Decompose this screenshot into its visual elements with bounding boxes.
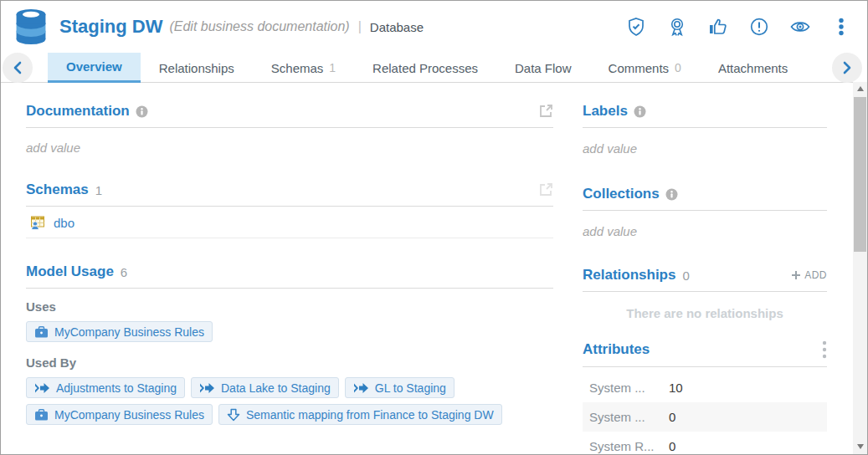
- kebab-menu-icon[interactable]: [830, 16, 852, 38]
- tab-comments[interactable]: Comments 0: [590, 53, 700, 83]
- tab-label: Attachments: [718, 61, 788, 75]
- warning-circle-icon[interactable]: [748, 16, 770, 38]
- model-chip[interactable]: GL to Staging: [345, 377, 455, 398]
- model-chip[interactable]: MyCompany Business Rules: [26, 404, 213, 425]
- relationships-section-header: Relationships 0 ADD: [583, 267, 827, 292]
- labels-title: Labels: [583, 103, 628, 120]
- documentation-section-header: Documentation: [26, 103, 553, 128]
- schema-list-item[interactable]: dbo: [26, 207, 553, 238]
- attributes-section-header: Attributes: [583, 340, 827, 367]
- header-actions: [625, 16, 852, 38]
- briefcase-icon: [34, 325, 49, 339]
- thumbs-up-icon[interactable]: [707, 16, 729, 38]
- tabs-scroll-left-button[interactable]: [3, 53, 33, 83]
- schema-icon: [29, 214, 46, 231]
- tab-strip: Overview Relationships Schemas 1 Related…: [48, 53, 867, 83]
- shield-check-icon[interactable]: [625, 16, 647, 38]
- model-chip[interactable]: Adjustments to Staging: [26, 377, 185, 398]
- content-area: Documentation add value Schemas 1: [1, 83, 853, 454]
- attribute-row[interactable]: System ... 10: [583, 373, 827, 402]
- schema-link[interactable]: dbo: [54, 216, 74, 230]
- chip-label: Adjustments to Staging: [56, 381, 177, 395]
- mapping-arrow-icon: [353, 382, 369, 394]
- open-external-icon[interactable]: [538, 182, 553, 197]
- schemas-title: Schemas: [26, 181, 89, 198]
- attribute-value: 0: [669, 410, 675, 424]
- relationships-count: 0: [682, 268, 689, 283]
- eye-icon[interactable]: [789, 16, 811, 38]
- tab-related-processes[interactable]: Related Processes: [354, 53, 496, 83]
- mapping-arrow-icon: [199, 382, 215, 394]
- chip-label: Semantic mapping from Finance to Staging…: [246, 408, 494, 422]
- tab-overview[interactable]: Overview: [48, 53, 141, 83]
- tab-attachments[interactable]: Attachments: [700, 53, 806, 83]
- model-usage-title: Model Usage: [26, 263, 114, 280]
- tab-bar: Overview Relationships Schemas 1 Related…: [1, 53, 867, 83]
- tab-relationships[interactable]: Relationships: [141, 53, 253, 83]
- tab-label: Related Processes: [372, 61, 478, 75]
- uses-chip-row: MyCompany Business Rules: [26, 321, 553, 342]
- scrollbar-thumb[interactable]: [854, 97, 866, 252]
- tabs-scroll-right-button[interactable]: [832, 53, 862, 83]
- edit-documentation-link[interactable]: (Edit business documentation): [169, 19, 349, 34]
- briefcase-icon: [34, 408, 49, 422]
- tab-label: Comments: [609, 61, 670, 75]
- tab-data-flow[interactable]: Data Flow: [496, 53, 590, 83]
- attribute-label: System ...: [589, 381, 669, 395]
- info-icon: [136, 105, 148, 118]
- model-chip[interactable]: MyCompany Business Rules: [26, 321, 213, 342]
- used-by-chip-row-2: MyCompany Business Rules Semantic mappin…: [26, 404, 553, 425]
- labels-add-value[interactable]: add value: [583, 141, 827, 156]
- collections-section-header: Collections: [583, 186, 827, 211]
- vertical-scrollbar[interactable]: [853, 82, 867, 454]
- object-type-label: Database: [370, 20, 424, 34]
- schemas-section-header: Schemas 1: [26, 181, 553, 207]
- header: Staging DW (Edit business documentation)…: [1, 1, 867, 53]
- relationships-title: Relationships: [583, 267, 675, 284]
- model-chip[interactable]: Data Lake to Staging: [191, 377, 339, 398]
- scroll-up-button[interactable]: [853, 82, 867, 95]
- model-chip[interactable]: Semantic mapping from Finance to Staging…: [218, 404, 502, 425]
- attribute-row[interactable]: System ... 0: [583, 402, 827, 432]
- chevron-left-icon: [13, 61, 23, 74]
- attributes-table: System ... 10 System ... 0 System R... 0: [583, 373, 827, 455]
- left-column: Documentation add value Schemas 1: [26, 83, 553, 425]
- chip-label: MyCompany Business Rules: [54, 325, 204, 339]
- attribute-label: System ...: [589, 410, 669, 424]
- triangle-up-icon: [857, 86, 864, 91]
- add-button-label: ADD: [804, 269, 827, 281]
- tab-label: Relationships: [159, 61, 234, 75]
- kebab-menu-icon[interactable]: [822, 340, 827, 359]
- info-icon: [665, 188, 678, 201]
- tab-label: Schemas: [271, 61, 324, 75]
- used-by-label: Used By: [26, 355, 553, 370]
- mapping-arrow-icon: [34, 382, 50, 394]
- chevron-right-icon: [842, 61, 852, 74]
- collections-add-value[interactable]: add value: [583, 224, 827, 238]
- schemas-count: 1: [95, 183, 102, 197]
- used-by-chip-row-1: Adjustments to Staging Data Lake to Stag…: [26, 377, 553, 398]
- attribute-value: 10: [669, 381, 683, 395]
- attribute-row[interactable]: System R... 0: [583, 432, 827, 455]
- tab-schemas[interactable]: Schemas 1: [253, 53, 354, 83]
- chip-label: MyCompany Business Rules: [54, 408, 204, 422]
- tab-label: Data Flow: [515, 61, 572, 75]
- relationships-empty-message: There are no relationships: [583, 306, 827, 320]
- page-title: Staging DW: [59, 16, 162, 38]
- open-external-icon[interactable]: [538, 104, 553, 119]
- semantic-mapping-icon: [227, 408, 240, 422]
- scroll-down-button[interactable]: [853, 440, 867, 453]
- attributes-title: Attributes: [583, 341, 650, 358]
- tab-count: 0: [675, 61, 681, 74]
- header-divider: |: [358, 19, 362, 34]
- triangle-down-icon: [857, 444, 864, 449]
- add-relationship-button[interactable]: ADD: [791, 269, 827, 281]
- tab-count: 1: [329, 61, 336, 74]
- app-window: Staging DW (Edit business documentation)…: [0, 0, 868, 455]
- uses-label: Uses: [26, 299, 553, 314]
- documentation-add-value[interactable]: add value: [26, 141, 553, 155]
- tab-label: Overview: [66, 59, 122, 74]
- database-icon: [13, 8, 49, 46]
- labels-section-header: Labels: [583, 103, 827, 128]
- award-icon[interactable]: [666, 16, 688, 38]
